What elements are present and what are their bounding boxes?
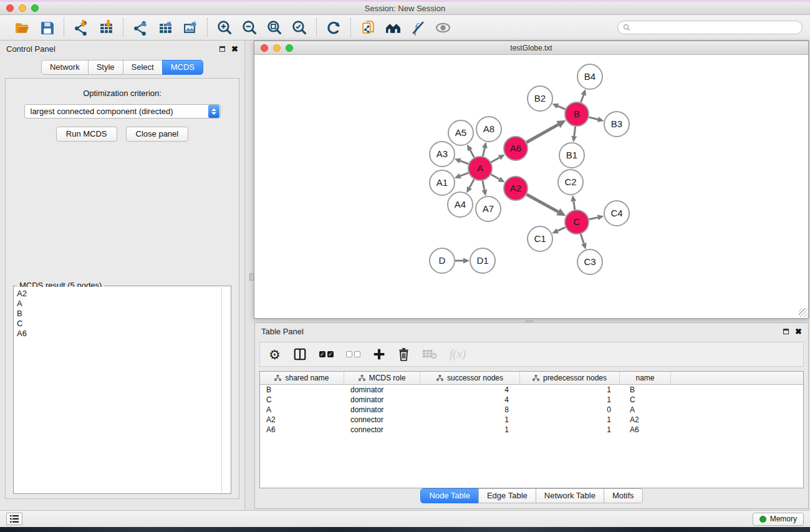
- edge-A-A5[interactable]: [470, 150, 475, 157]
- node-A1[interactable]: A1: [430, 170, 455, 195]
- export-table-icon[interactable]: [155, 18, 176, 37]
- node-A4[interactable]: A4: [448, 192, 473, 217]
- cell-successor-nodes[interactable]: 1: [420, 425, 520, 434]
- node-C[interactable]: C: [565, 210, 589, 234]
- node-A3[interactable]: A3: [430, 142, 455, 167]
- cell-shared-name[interactable]: A2: [260, 415, 344, 424]
- edge-A-A1[interactable]: [460, 173, 468, 176]
- edge-B-B2[interactable]: [558, 106, 566, 109]
- result-item-b[interactable]: B: [14, 309, 221, 319]
- open-folder-icon[interactable]: [11, 18, 32, 37]
- zoom-selected-icon[interactable]: [289, 18, 310, 37]
- node-C3[interactable]: C3: [577, 249, 602, 274]
- left-split-handle[interactable]: [249, 273, 254, 281]
- cell-shared-name[interactable]: B: [260, 385, 344, 394]
- node-A8[interactable]: A8: [476, 117, 501, 142]
- cell-name[interactable]: C: [620, 395, 671, 404]
- node-D[interactable]: D: [430, 248, 455, 273]
- tab-node-table[interactable]: Node Table: [420, 488, 479, 503]
- network-graph[interactable]: B4B2BB3A5A8A6A3B1AA1C2A2A4A7C4CC1C3DD1: [254, 55, 808, 317]
- edge-C-C1[interactable]: [557, 227, 566, 231]
- edge-A-A3[interactable]: [460, 161, 468, 164]
- cell-MCDS-role[interactable]: connector: [344, 425, 420, 434]
- edge-A-A6[interactable]: [491, 158, 499, 163]
- clone-network-icon[interactable]: [357, 18, 378, 37]
- edge-A-A7[interactable]: [483, 181, 485, 190]
- eye-icon[interactable]: [432, 18, 453, 37]
- close-panel-button[interactable]: Close panel: [126, 127, 189, 142]
- table-row-A6[interactable]: A6connector11A6: [260, 425, 803, 435]
- node-B2[interactable]: B2: [528, 86, 552, 111]
- node-A2[interactable]: A2: [504, 177, 528, 200]
- edge-C-C4[interactable]: [589, 218, 598, 220]
- network-canvas[interactable]: B4B2BB3A5A8A6A3B1AA1C2A2A4A7C4CC1C3DD1: [254, 55, 808, 317]
- search-input[interactable]: [634, 23, 797, 32]
- result-item-a2[interactable]: A2: [14, 289, 221, 299]
- edge-A-A8[interactable]: [483, 148, 485, 156]
- node-A[interactable]: A: [468, 157, 492, 180]
- memory-button[interactable]: Memory: [753, 513, 804, 526]
- import-network-icon[interactable]: [70, 18, 92, 37]
- cell-name[interactable]: A: [620, 405, 671, 414]
- table-row-B[interactable]: Bdominator41B: [260, 385, 803, 395]
- tab-motifs[interactable]: Motifs: [604, 488, 643, 503]
- float-panel-icon[interactable]: [219, 46, 225, 52]
- cell-name[interactable]: A2: [620, 415, 671, 424]
- clear-checkboxes-icon[interactable]: [346, 351, 360, 357]
- zoom-out-icon[interactable]: [239, 18, 260, 37]
- hide-labels-icon[interactable]: f: [407, 18, 428, 37]
- split-columns-icon[interactable]: [293, 347, 307, 361]
- settings-gear-icon[interactable]: ⚙: [269, 348, 281, 361]
- cell-predecessor-nodes[interactable]: 0: [520, 405, 620, 414]
- result-list-scrollbar[interactable]: [221, 287, 230, 493]
- result-item-a6[interactable]: A6: [14, 329, 221, 339]
- edge-A6-B[interactable]: [526, 125, 558, 143]
- float-table-panel-icon[interactable]: [783, 329, 789, 334]
- tab-select[interactable]: Select: [123, 60, 163, 75]
- cell-name[interactable]: B: [620, 385, 671, 394]
- cell-shared-name[interactable]: C: [260, 395, 344, 404]
- add-row-icon[interactable]: [373, 348, 385, 360]
- import-table-icon[interactable]: [95, 18, 117, 37]
- cell-successor-nodes[interactable]: 4: [420, 395, 520, 404]
- tab-network[interactable]: Network: [41, 60, 89, 75]
- tab-edge-table[interactable]: Edge Table: [478, 488, 536, 503]
- select-all-checkboxes-icon[interactable]: ✓✓: [319, 351, 334, 357]
- cell-successor-nodes[interactable]: 4: [420, 385, 520, 394]
- node-B[interactable]: B: [565, 102, 589, 126]
- edge-C-C3[interactable]: [581, 234, 584, 244]
- column-header-name[interactable]: name: [620, 372, 671, 384]
- column-header-predecessor-nodes[interactable]: predecessor nodes: [520, 372, 620, 384]
- save-session-icon[interactable]: [36, 18, 57, 37]
- node-B4[interactable]: B4: [577, 64, 602, 89]
- close-table-panel-icon[interactable]: ✖: [795, 327, 802, 336]
- node-C4[interactable]: C4: [604, 201, 629, 226]
- node-C2[interactable]: C2: [558, 170, 583, 195]
- tab-mcds[interactable]: MCDS: [162, 60, 203, 75]
- edge-B-B1[interactable]: [574, 127, 576, 136]
- cell-shared-name[interactable]: A: [260, 405, 344, 414]
- tab-network-table[interactable]: Network Table: [536, 488, 604, 503]
- delete-row-icon[interactable]: [398, 348, 410, 361]
- edge-C-C2[interactable]: [574, 201, 575, 210]
- optimization-criterion-dropdown[interactable]: largest connected component (directed): [24, 104, 221, 118]
- cell-predecessor-nodes[interactable]: 1: [520, 395, 620, 404]
- result-item-a[interactable]: A: [14, 299, 221, 309]
- node-A5[interactable]: A5: [448, 120, 473, 145]
- tab-style[interactable]: Style: [88, 60, 123, 75]
- cell-MCDS-role[interactable]: dominator: [344, 395, 420, 404]
- table-row-A[interactable]: Adominator80A: [260, 405, 803, 415]
- close-panel-icon[interactable]: ✖: [231, 45, 238, 53]
- search-box[interactable]: [617, 21, 803, 34]
- cell-successor-nodes[interactable]: 1: [420, 415, 520, 424]
- zoom-fit-icon[interactable]: [264, 18, 285, 37]
- mcds-result-list[interactable]: A2ABCA6: [14, 287, 221, 493]
- node-A7[interactable]: A7: [476, 196, 501, 221]
- node-B3[interactable]: B3: [604, 112, 629, 137]
- column-header-MCDS-role[interactable]: MCDS role: [344, 372, 420, 384]
- node-D1[interactable]: D1: [470, 248, 495, 273]
- edge-A2-C[interactable]: [527, 195, 559, 212]
- edge-A-A2[interactable]: [491, 175, 499, 180]
- export-network-icon[interactable]: [130, 18, 151, 37]
- cell-MCDS-role[interactable]: connector: [344, 415, 420, 424]
